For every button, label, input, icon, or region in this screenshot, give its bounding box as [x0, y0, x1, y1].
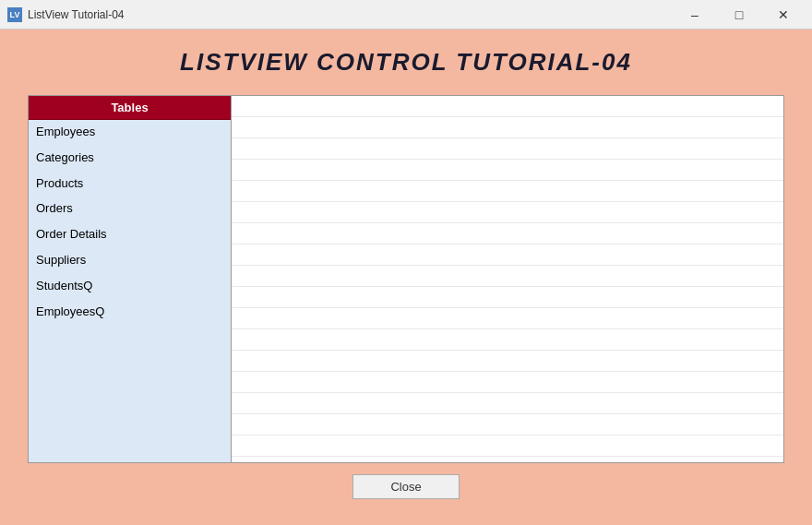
list-item[interactable]: EmployeesQ: [29, 300, 231, 326]
list-header: Tables: [29, 96, 231, 120]
app-title: LISTVIEW CONTROL TUTORIAL-04: [180, 48, 632, 77]
list-item[interactable]: Order Details: [29, 222, 231, 248]
main-panel: Tables EmployeesCategoriesProductsOrders…: [28, 95, 784, 463]
window-title: ListView Tutorial-04: [28, 8, 125, 21]
list-item[interactable]: StudentsQ: [29, 274, 231, 300]
list-panel: Tables EmployeesCategoriesProductsOrders…: [29, 96, 232, 462]
title-bar-controls: – □ ✕: [674, 0, 805, 30]
close-button[interactable]: Close: [352, 474, 459, 499]
close-window-button[interactable]: ✕: [762, 0, 805, 30]
maximize-button[interactable]: □: [718, 0, 760, 30]
app-icon: LV: [7, 7, 22, 22]
list-items: EmployeesCategoriesProductsOrdersOrder D…: [29, 120, 231, 462]
list-item[interactable]: Suppliers: [29, 248, 231, 274]
title-bar-left: LV ListView Tutorial-04: [7, 7, 125, 22]
title-bar: LV ListView Tutorial-04 – □ ✕: [0, 0, 812, 30]
list-item[interactable]: Orders: [29, 197, 231, 222]
window-content: LISTVIEW CONTROL TUTORIAL-04 Tables Empl…: [0, 30, 812, 525]
minimize-button[interactable]: –: [674, 0, 716, 30]
list-item[interactable]: Categories: [29, 146, 231, 172]
bottom-bar: Close: [28, 463, 784, 507]
list-item[interactable]: Employees: [29, 120, 231, 146]
content-panel: [232, 96, 783, 462]
list-item[interactable]: Products: [29, 172, 231, 197]
